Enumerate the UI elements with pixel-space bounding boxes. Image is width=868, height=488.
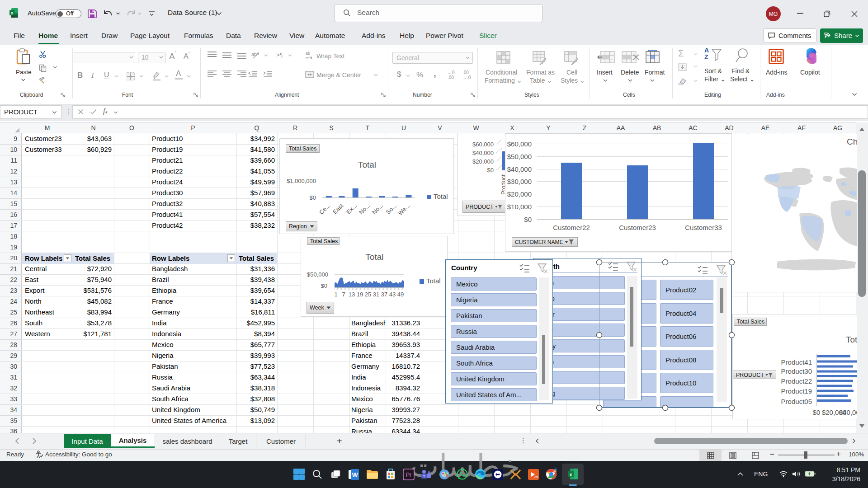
svg-text:No...: No...: [358, 202, 371, 216]
svg-text:Product22: Product22: [781, 377, 812, 385]
svg-text:Product05: Product05: [781, 398, 812, 405]
svg-text:Pr: Pr: [406, 472, 411, 478]
svg-text:19: 19: [357, 291, 363, 298]
svg-text:c: c: [306, 56, 308, 60]
svg-text:East: East: [331, 202, 344, 215]
svg-text:ab: ab: [251, 52, 257, 57]
svg-text:No...: No...: [371, 202, 384, 216]
svg-text:25: 25: [534, 475, 538, 479]
svg-text:Product19: Product19: [781, 387, 812, 395]
svg-text:31: 31: [373, 291, 379, 298]
svg-text:ab: ab: [306, 51, 310, 56]
svg-text:Total: Total: [426, 277, 441, 285]
svg-text:7: 7: [342, 291, 345, 298]
svg-text:Total: Total: [434, 192, 448, 200]
svg-text:$0: $0: [813, 408, 821, 416]
svg-text:Product30: Product30: [781, 367, 812, 375]
svg-text:37: 37: [381, 291, 387, 298]
svg-text:25: 25: [365, 291, 371, 298]
svg-text:So...: So...: [385, 202, 398, 216]
svg-text:Ex...: Ex...: [345, 202, 358, 216]
svg-text:Product41: Product41: [781, 358, 812, 366]
svg-text:x: x: [11, 11, 13, 15]
svg-text:49: 49: [397, 291, 404, 298]
svg-text:x: x: [570, 472, 572, 477]
svg-text:1: 1: [334, 291, 337, 298]
svg-text:W: W: [352, 471, 358, 479]
svg-text:We...: We...: [396, 202, 411, 217]
svg-text:13: 13: [349, 291, 355, 298]
svg-text:Ce...: Ce...: [318, 202, 331, 216]
svg-text:T: T: [423, 474, 425, 479]
svg-text:43: 43: [389, 291, 396, 298]
svg-text:$40,000: $40,000: [839, 408, 857, 416]
